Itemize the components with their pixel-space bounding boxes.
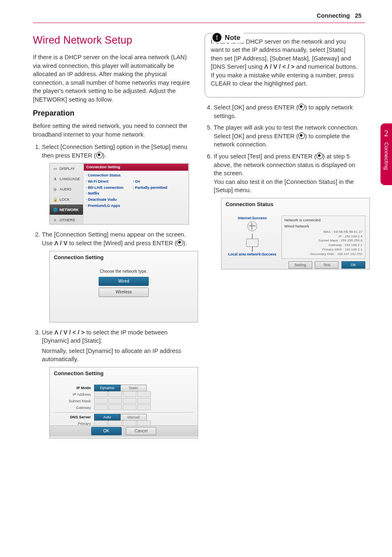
- audio-icon: ◎: [52, 187, 58, 192]
- test-button[interactable]: Test: [315, 261, 339, 269]
- option-value: : Partially permitted: [133, 186, 167, 190]
- header-rule: [33, 23, 365, 23]
- status-text: Network is connected.: [284, 218, 362, 223]
- sidebar-item-language[interactable]: ALANGUAGE: [50, 174, 83, 184]
- side-tab-number: 2: [380, 123, 392, 139]
- step-3: Use Λ / V / < / > to select the IP mode …: [42, 328, 193, 439]
- dialog-title: Connection Setting: [54, 254, 194, 261]
- pc-icon: [246, 239, 258, 247]
- subnet-mask-field[interactable]: [94, 398, 152, 404]
- dns-auto-tab[interactable]: Auto: [94, 414, 120, 421]
- option-deactivate-vudu[interactable]: Deactivate Vudu: [86, 197, 186, 203]
- dialog-title: Connection Setting: [54, 370, 194, 377]
- step-6-text-a: If you select [Test] and press ENTER (: [214, 153, 316, 160]
- link-line-icon: [252, 247, 253, 252]
- step-4-text-a: Select [OK] and press ENTER (: [214, 104, 298, 111]
- ok-button[interactable]: OK: [341, 261, 365, 269]
- dialog-hint: Choose the network type.: [54, 269, 194, 274]
- step-2-text-b: to select the [Wired] and press ENTER (: [67, 240, 177, 246]
- step-6-text-c: You can also test it on the [Connection …: [214, 179, 354, 194]
- ip-address-field[interactable]: [94, 391, 152, 398]
- step-3-note: Normally, select [Dynamic] to allocate a…: [42, 347, 193, 364]
- display-icon: ▭: [52, 166, 58, 172]
- option-label: Netflix: [86, 191, 133, 196]
- value-subnet: Subnet Mask : 255.255.255.0: [284, 239, 362, 243]
- status-diagram: Internet:Success Local area network:Succ…: [226, 216, 279, 258]
- side-tab: 2 Connecting: [380, 123, 392, 185]
- step-3-text-a: Use: [42, 329, 54, 336]
- side-tab-label: Connecting: [383, 142, 390, 170]
- option-connection-status[interactable]: Connection Status: [86, 172, 186, 179]
- enter-icon: [177, 239, 183, 246]
- others-icon: ≡: [52, 218, 58, 223]
- option-wifi-direct[interactable]: Wi-Fi Direct: On: [86, 179, 186, 185]
- sidebar-item-label: NETWORK: [60, 207, 79, 213]
- lock-icon: 🔒: [52, 197, 58, 202]
- step-5: The player will ask you to test the netw…: [214, 123, 365, 149]
- option-label: Wi-Fi Direct: [86, 179, 133, 184]
- sidebar-item-lock[interactable]: 🔒LOCK: [50, 194, 83, 204]
- enter-icon: [96, 152, 103, 158]
- step-1: Select [Connection Setting] option in th…: [42, 143, 193, 225]
- note-body: If there is no DHCP server on the networ…: [211, 37, 359, 88]
- option-connection-setting[interactable]: Connection Setting: [84, 164, 188, 171]
- connection-setting-type-screenshot: Connection Setting Choose the network ty…: [49, 251, 198, 323]
- network-icon: 🌐: [52, 207, 58, 213]
- option-netflix[interactable]: Netflix: [86, 190, 186, 197]
- option-premium-lg-apps[interactable]: Premium/LG Apps: [86, 203, 186, 209]
- value-secondary-dns: Secondary DNS : 156.147.162.252: [284, 252, 362, 257]
- step-4: Select [OK] and press ENTER () to apply …: [214, 103, 365, 120]
- ip-mode-static-tab[interactable]: Static: [120, 385, 147, 392]
- direction-keys: Λ / V / < / >: [264, 63, 295, 70]
- preparation-heading: Preparation: [33, 108, 193, 119]
- running-head: Connecting 25: [33, 12, 365, 20]
- ip-mode-dynamic-tab[interactable]: Dynamic: [94, 385, 120, 392]
- value-mac: MAC : E8:5B:5B:5B:61:27: [284, 230, 362, 234]
- sidebar-item-label: LANGUAGE: [60, 176, 80, 182]
- value-ip: IP : 192.168.2.4: [284, 234, 362, 239]
- ip-address-label: IP Address: [54, 391, 91, 398]
- step-2: The [Connection Setting] menu appear on …: [42, 230, 193, 322]
- setup-sidebar: ▭DISPLAY ALANGUAGE ◎AUDIO 🔒LOCK 🌐NETWORK…: [50, 163, 83, 224]
- note-box: ! Note If there is no DHCP server on the…: [205, 33, 365, 97]
- direction-keys: Λ / V: [54, 240, 67, 246]
- setting-button[interactable]: Setting: [288, 261, 312, 269]
- sidebar-item-label: AUDIO: [60, 187, 71, 192]
- internet-status-label: Internet:Success: [226, 216, 279, 220]
- ok-button[interactable]: OK: [91, 427, 122, 435]
- gateway-field[interactable]: [94, 404, 152, 411]
- sidebar-item-label: DISPLAY: [60, 166, 75, 172]
- sidebar-item-label: LOCK: [60, 197, 70, 202]
- step-1-text-b: ).: [103, 152, 106, 159]
- page-number: 25: [355, 12, 362, 19]
- language-icon: A: [52, 176, 58, 182]
- sidebar-item-display[interactable]: ▭DISPLAY: [50, 163, 83, 174]
- ip-mode-label: IP Mode: [54, 385, 91, 391]
- sidebar-item-network[interactable]: 🌐NETWORK: [50, 204, 83, 215]
- connection-status-screenshot: Connection Status Internet:Success Local…: [221, 198, 370, 269]
- dns-server-label: DNS Server: [54, 414, 91, 420]
- option-value: : On: [133, 179, 140, 183]
- connection-setting-ip-screenshot: Connection Setting IP Mode IP Address Su…: [49, 367, 198, 439]
- step-1-text-a: Select [Connection Setting] option in th…: [42, 144, 187, 159]
- wireless-button[interactable]: Wireless: [99, 288, 149, 297]
- step-2-text-c: ).: [183, 240, 187, 246]
- direction-keys: Λ / V / < / >: [54, 329, 85, 336]
- enter-icon: [298, 104, 305, 110]
- value-gateway: Gateway : 192.168.2.1: [284, 243, 362, 248]
- option-bdlive[interactable]: BD-LIVE connection: Partially permitted: [86, 185, 186, 191]
- page-title: Wired Network Setup: [33, 33, 193, 48]
- dns-manual-tab[interactable]: Manual: [120, 414, 147, 421]
- intro-paragraph: If there is a DHCP server on the local a…: [33, 53, 193, 104]
- subnet-mask-label: Subnet Mask: [54, 398, 91, 404]
- separator: [54, 412, 194, 413]
- enter-icon: [298, 132, 305, 139]
- option-label: Connection Status: [86, 173, 133, 178]
- setup-menu-screenshot: ▭DISPLAY ALANGUAGE ◎AUDIO 🔒LOCK 🌐NETWORK…: [49, 163, 189, 225]
- sidebar-item-others[interactable]: ≡OTHERS: [50, 215, 83, 225]
- cancel-button[interactable]: Cancel: [126, 427, 156, 435]
- enter-icon: [316, 153, 323, 159]
- wired-button[interactable]: Wired: [99, 277, 149, 286]
- sidebar-item-audio[interactable]: ◎AUDIO: [50, 184, 83, 194]
- note-badge-icon: !: [212, 33, 221, 42]
